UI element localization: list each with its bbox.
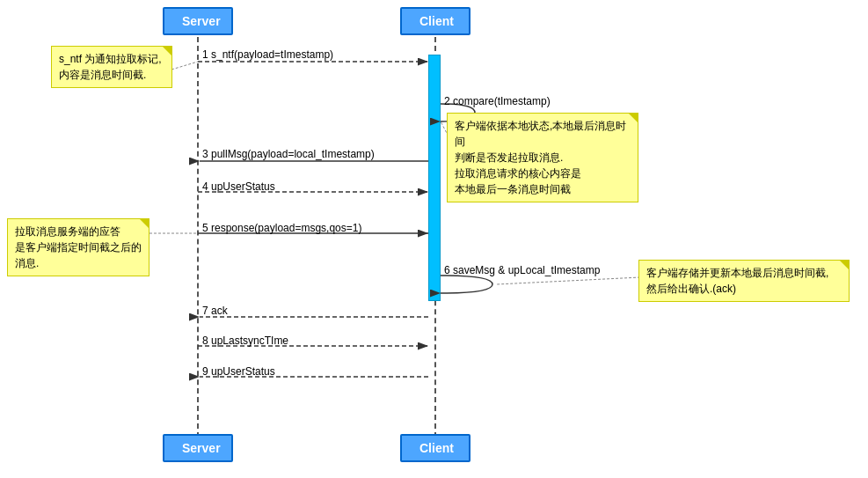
note2-box: 客户端依据本地状态,本地最后消息时间 判断是否发起拉取消息. 拉取消息请求的核心… [447, 113, 638, 202]
note1-box: s_ntf 为通知拉取标记,内容是消息时间截. [51, 46, 172, 88]
server-actor-bottom: Server [163, 434, 233, 462]
msg3-label: 3 pullMsg(payload=local_tImestamp) [202, 148, 375, 160]
client-actor-bottom: Client [400, 434, 470, 462]
note4-box: 客户端存储并更新本地最后消息时间截, 然后给出确认.(ack) [638, 260, 850, 302]
msg6-label: 6 saveMsg & upLocal_tImestamp [444, 264, 600, 276]
note4-connector [497, 277, 640, 284]
server-actor-top: Server [163, 7, 233, 35]
client-activation-bar [428, 55, 441, 301]
sequence-diagram: Server Client Server Client [0, 0, 868, 478]
client-actor-top: Client [400, 7, 470, 35]
server-lifeline [197, 37, 199, 438]
msg8-label: 8 upLastsyncTIme [202, 335, 288, 347]
msg9-label: 9 upUserStatus [202, 365, 275, 378]
msg2-label: 2 compare(tImestamp) [444, 95, 551, 107]
msg4-label: 4 upUserStatus [202, 180, 275, 193]
msg5-label: 5 response(payload=msgs,qos=1) [202, 222, 361, 234]
msg6-arrow [441, 276, 492, 293]
msg1-label: 1 s_ntf(payload=tImestamp) [202, 48, 333, 61]
note3-box: 拉取消息服务端的应答 是客户端指定时间截之后的消息. [7, 218, 150, 276]
msg7-label: 7 ack [202, 305, 228, 317]
note1-connector [171, 62, 198, 70]
